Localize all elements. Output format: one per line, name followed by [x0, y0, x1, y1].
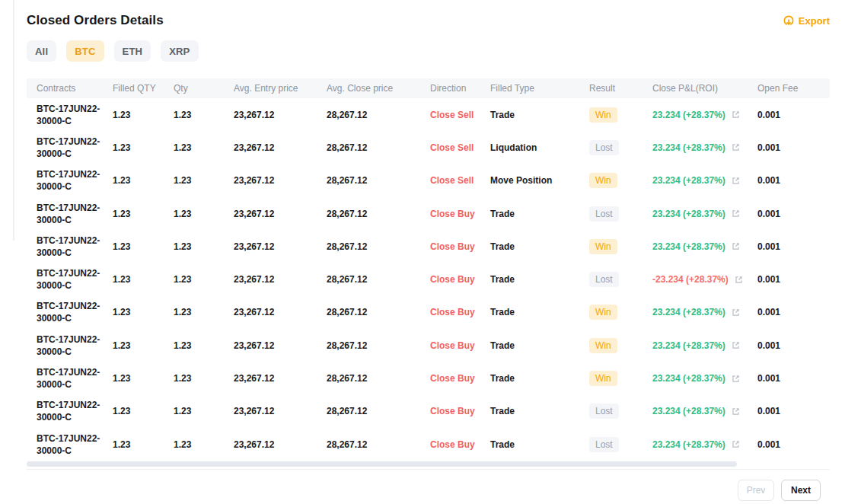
cell-contracts: BTC-17JUN22-30000-C	[27, 300, 113, 324]
cell-open-fee: 0.001	[757, 274, 830, 285]
cell-avg-close-price: 28,267.12	[327, 340, 430, 351]
cell-filled-type: Move Position	[490, 175, 589, 186]
table-row: BTC-17JUN22-30000-C 1.23 1.23 23,267.12 …	[27, 131, 830, 164]
external-link-icon[interactable]	[731, 142, 741, 152]
column-header-contracts: Contracts	[27, 83, 113, 94]
tab-xrp[interactable]: XRP	[161, 40, 198, 62]
cell-close-pnl: 23.234 (+28.37%)	[652, 142, 757, 153]
cell-avg-close-price: 28,267.12	[327, 373, 430, 384]
external-link-icon[interactable]	[731, 308, 741, 317]
cell-contracts: BTC-17JUN22-30000-C	[27, 234, 113, 259]
cell-filled-type: Trade	[490, 307, 589, 317]
cell-avg-close-price: 28,267.12	[327, 274, 430, 285]
cell-avg-entry-price: 23,267.12	[234, 373, 327, 384]
page-left-divider	[13, 0, 14, 241]
cell-result: Win	[589, 371, 652, 386]
cell-avg-close-price: 28,267.12	[327, 209, 430, 219]
cell-open-fee: 0.001	[757, 439, 830, 450]
cell-qty: 1.23	[174, 175, 234, 186]
external-link-icon[interactable]	[731, 407, 741, 416]
horizontal-scrollbar[interactable]	[27, 461, 830, 467]
table-row: BTC-17JUN22-30000-C 1.23 1.23 23,267.12 …	[27, 230, 830, 263]
cell-filled-type: Trade	[490, 274, 589, 285]
cell-direction: Close Buy	[430, 439, 490, 450]
pnl-value: -23.234 (+28.37%)	[652, 274, 729, 285]
result-badge: Win	[589, 371, 617, 386]
pnl-value: 23.234 (+28.37%)	[652, 307, 725, 317]
table-row: BTC-17JUN22-30000-C 1.23 1.23 23,267.12 …	[27, 263, 830, 295]
cell-open-fee: 0.001	[757, 373, 830, 384]
cell-close-pnl: 23.234 (+28.37%)	[652, 340, 757, 351]
column-header-direction: Direction	[430, 83, 490, 94]
external-link-icon[interactable]	[731, 110, 741, 120]
table-row: BTC-17JUN22-30000-C 1.23 1.23 23,267.12 …	[27, 362, 830, 394]
cell-avg-entry-price: 23,267.12	[234, 274, 327, 285]
external-link-icon[interactable]	[734, 275, 744, 285]
cell-close-pnl: 23.234 (+28.37%)	[652, 439, 757, 450]
tab-all[interactable]: All	[27, 40, 56, 62]
cell-direction: Close Buy	[430, 307, 490, 317]
cell-open-fee: 0.001	[757, 340, 830, 351]
pnl-value: 23.234 (+28.37%)	[652, 241, 725, 252]
cell-filled-qty: 1.23	[113, 209, 174, 219]
cell-filled-qty: 1.23	[113, 241, 174, 252]
export-button[interactable]: Export	[783, 14, 830, 27]
pnl-value: 23.234 (+28.37%)	[652, 439, 725, 450]
result-badge: Win	[589, 305, 617, 320]
cell-filled-type: Trade	[490, 209, 589, 219]
cell-avg-close-price: 28,267.12	[327, 110, 430, 120]
cell-close-pnl: 23.234 (+28.37%)	[652, 373, 757, 384]
cell-avg-entry-price: 23,267.12	[234, 406, 327, 416]
scrollbar-thumb[interactable]	[27, 461, 737, 467]
external-link-icon[interactable]	[731, 241, 741, 251]
prev-button[interactable]: Prev	[738, 480, 774, 501]
cell-avg-entry-price: 23,267.12	[234, 439, 327, 450]
cell-result: Lost	[589, 140, 652, 155]
cell-filled-type: Trade	[490, 406, 589, 416]
table-row: BTC-17JUN22-30000-C 1.23 1.23 23,267.12 …	[27, 296, 830, 329]
column-header-result: Result	[589, 83, 652, 94]
cell-result: Win	[589, 107, 652, 123]
next-button[interactable]: Next	[781, 480, 821, 501]
cell-avg-entry-price: 23,267.12	[234, 142, 327, 153]
cell-contracts: BTC-17JUN22-30000-C	[27, 267, 113, 292]
external-link-icon[interactable]	[731, 374, 741, 384]
cell-qty: 1.23	[174, 142, 234, 153]
cell-direction: Close Buy	[430, 373, 490, 384]
panel-topbar: Closed Orders Details Export	[27, 11, 830, 30]
external-link-icon[interactable]	[731, 176, 741, 186]
cell-qty: 1.23	[174, 439, 234, 450]
external-link-icon[interactable]	[731, 340, 741, 350]
column-header-close-p-l-roi: Close P&L(ROI)	[652, 83, 757, 94]
tab-eth[interactable]: ETH	[114, 40, 151, 62]
cell-open-fee: 0.001	[757, 406, 830, 416]
cell-filled-qty: 1.23	[113, 340, 174, 351]
external-link-icon[interactable]	[731, 439, 741, 449]
closed-orders-table: ContractsFilled QTYQtyAvg. Entry priceAv…	[27, 78, 830, 470]
cell-result: Win	[589, 239, 652, 254]
cell-avg-entry-price: 23,267.12	[234, 340, 327, 351]
cell-qty: 1.23	[174, 406, 234, 416]
pnl-value: 23.234 (+28.37%)	[652, 175, 725, 186]
cell-result: Lost	[589, 206, 652, 222]
cell-qty: 1.23	[174, 307, 234, 317]
cell-avg-close-price: 28,267.12	[327, 439, 430, 450]
cell-filled-qty: 1.23	[113, 307, 174, 317]
result-badge: Lost	[589, 437, 619, 452]
cell-open-fee: 0.001	[757, 110, 830, 120]
column-header-avg-close-price: Avg. Close price	[327, 83, 430, 94]
tab-btc[interactable]: BTC	[66, 40, 104, 62]
cell-close-pnl: 23.234 (+28.37%)	[652, 406, 757, 416]
cell-contracts: BTC-17JUN22-30000-C	[27, 366, 113, 391]
cell-close-pnl: -23.234 (+28.37%)	[652, 274, 757, 285]
column-header-open-fee: Open Fee	[757, 83, 830, 94]
cell-qty: 1.23	[174, 209, 234, 219]
external-link-icon[interactable]	[731, 209, 741, 219]
cell-avg-close-price: 28,267.12	[327, 142, 430, 153]
cell-avg-close-price: 28,267.12	[327, 307, 430, 317]
cell-direction: Close Sell	[430, 110, 490, 120]
download-circle-icon	[783, 14, 795, 27]
cell-filled-qty: 1.23	[113, 142, 174, 153]
cell-qty: 1.23	[174, 340, 234, 351]
cell-contracts: BTC-17JUN22-30000-C	[27, 333, 113, 358]
